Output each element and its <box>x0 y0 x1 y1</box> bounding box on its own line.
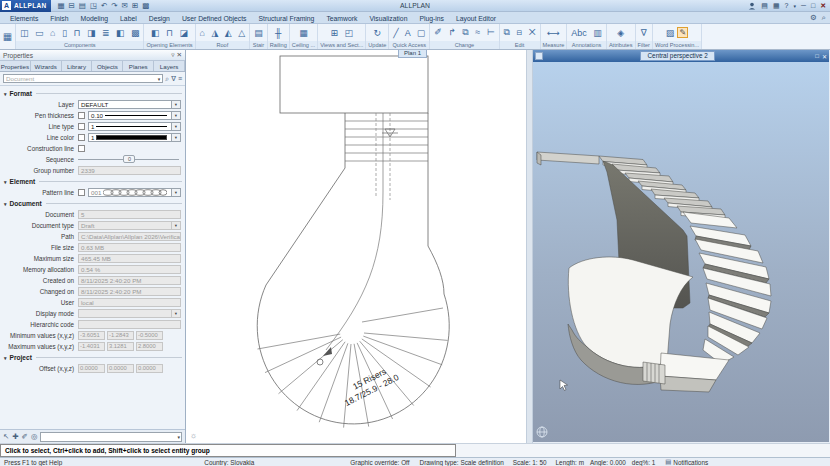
help-caret-icon[interactable]: ▾ <box>793 3 796 9</box>
chevron-down-icon[interactable]: ▾ <box>172 133 181 142</box>
add-icon[interactable]: ✚ <box>12 432 18 441</box>
palette-close-icon[interactable]: ✕ <box>176 51 182 59</box>
qat-icon[interactable]: ▩ <box>142 1 149 10</box>
viewport-menu-icon[interactable] <box>535 52 543 60</box>
status-item[interactable]: Angle: 0.000 <box>590 459 626 466</box>
status-item[interactable]: Graphic override: Off <box>350 459 409 466</box>
section-project[interactable]: ▾ Project <box>4 354 182 361</box>
linetype-select[interactable]: 1 <box>88 122 172 131</box>
ribbon-group-icons[interactable]: Abc ▥ <box>571 28 602 38</box>
perspective-canvas[interactable] <box>533 62 829 443</box>
chevron-down-icon[interactable]: ▾ <box>172 111 181 120</box>
qat-icon[interactable]: ↷ <box>111 1 117 10</box>
pattern-select[interactable]: 001 <box>88 188 172 197</box>
ribbon-group-icons[interactable]: ▤ <box>254 28 263 38</box>
qat-icon[interactable]: ✉ <box>122 1 128 10</box>
plan-viewport[interactable]: Plan 1 ☼ <box>186 50 527 443</box>
status-item[interactable]: Scale: 1: 50 <box>513 459 547 466</box>
pen-checkbox[interactable] <box>78 112 85 119</box>
gear-icon[interactable]: ⚙ <box>810 13 817 23</box>
chevron-down-icon[interactable]: ▾ <box>172 188 181 197</box>
status-item[interactable]: Length: m <box>556 459 584 466</box>
ribbon-group-icons[interactable]: ✐ ↱ ⧉ ≈ ⊢ <box>434 27 494 38</box>
section-document[interactable]: ▾ Document <box>4 200 182 207</box>
filter-combobox[interactable]: Document ▾ <box>3 74 163 83</box>
layer-select[interactable]: DEFAULT <box>78 100 172 109</box>
ribbon-group-icons[interactable]: ⊞ ◰ <box>330 28 353 38</box>
ribbon-group-icons[interactable]: ╱ A ▢ <box>393 28 425 38</box>
sequence-value[interactable]: 0 <box>123 155 135 163</box>
app-logo[interactable]: A ALLPLAN <box>0 0 51 12</box>
status-item[interactable]: deg <box>632 459 643 466</box>
ribbon-group-icons[interactable]: ◧ ⊓ ◪ <box>151 28 188 38</box>
target-icon[interactable]: ◎ <box>31 432 38 441</box>
status-item[interactable]: Drawing type: Scale definition <box>420 459 504 466</box>
palette-tab[interactable]: Layers <box>154 61 185 71</box>
ribbon-group-icons[interactable]: ∇ <box>641 28 647 38</box>
ribbon-group-icons[interactable]: ↻ <box>374 28 382 38</box>
search-icon[interactable]: ⌕ <box>822 13 826 23</box>
chevron-down-icon[interactable]: ▾ <box>172 122 181 131</box>
panel-launcher-icon[interactable]: ▦ <box>0 24 16 49</box>
shop-icon[interactable]: ▦ <box>773 2 780 10</box>
help-icon[interactable]: ? <box>785 2 789 9</box>
plan-drawing[interactable]: 15 Risers 18.7/25.9 - 28.0 <box>186 50 526 442</box>
search-icon[interactable]: ⌕ <box>165 75 169 83</box>
ribbon-group-icons[interactable]: ◫ ▭ ⌂ ▯ ⊓ ◨ ≣ ◧ ▩ <box>20 28 139 38</box>
pin-icon[interactable]: ▿ <box>171 51 174 59</box>
ribbon-tab[interactable]: User Defined Objects <box>176 14 253 23</box>
chevron-down-icon[interactable]: ▾ <box>172 100 181 109</box>
ribbon-group-icons[interactable]: ⟷ <box>547 28 560 38</box>
palette-tab[interactable]: Planes <box>123 61 154 71</box>
linetype-checkbox[interactable] <box>78 123 85 130</box>
palette-tab[interactable]: Properties <box>0 61 31 71</box>
list-icon[interactable]: ≡ <box>178 75 182 82</box>
viewport-restore-icon[interactable]: □ <box>815 53 819 59</box>
favorites-combobox[interactable]: ▾ <box>40 432 182 442</box>
restore-button[interactable]: □ <box>811 2 815 9</box>
sequence-slider[interactable]: 0 <box>78 159 179 160</box>
palette-tab[interactable]: Wizards <box>31 61 62 71</box>
ribbon-group-icons[interactable]: ◈ <box>617 28 624 38</box>
ribbon-group-icons[interactable]: ⧉ ⊟ ✕ <box>504 27 536 38</box>
viewport-close-icon[interactable]: ✕ <box>822 53 827 60</box>
ribbon-tab[interactable]: Elements <box>4 14 44 23</box>
ribbon-tab[interactable]: Plug-ins <box>413 14 450 23</box>
linecolor-select[interactable]: 1 <box>88 133 172 142</box>
brightness-icon[interactable]: ☼ <box>190 431 197 440</box>
eyedropper-icon[interactable]: ✐ <box>22 432 28 441</box>
status-item[interactable]: Country: Slovakia <box>204 459 254 466</box>
qat-icon[interactable]: ◳ <box>90 1 97 10</box>
perspective-titlebar[interactable]: Central perspective 2 □ ✕ <box>533 50 829 62</box>
ribbon-tab[interactable]: Design <box>143 14 176 23</box>
status-item[interactable]: %: 1 <box>643 459 656 466</box>
grid-icon[interactable]: ▤ <box>761 2 768 10</box>
ribbon-group-icons[interactable]: ▦ <box>299 28 308 38</box>
user-icon[interactable] <box>748 2 756 10</box>
ribbon-tab[interactable]: Teamwork <box>320 14 363 23</box>
pen-select[interactable]: 0.10 <box>88 111 172 120</box>
ribbon-tab[interactable]: Finish <box>44 14 74 23</box>
palette-tab[interactable]: Objects <box>92 61 123 71</box>
highlighted-tool-icon[interactable]: ✎ <box>677 27 688 38</box>
ribbon-group-icons[interactable]: ╫ <box>275 28 281 38</box>
section-format[interactable]: ▾ Format <box>4 90 182 97</box>
qat-icon[interactable]: ⊟ <box>69 1 75 10</box>
ribbon-tab[interactable]: Modeling <box>74 14 114 23</box>
notifications[interactable]: ▤ Notifications <box>665 458 708 466</box>
qat-icon[interactable]: ▤ <box>79 1 86 10</box>
section-element[interactable]: ▾ Element <box>4 178 182 185</box>
ribbon-tab[interactable]: Label <box>114 14 143 23</box>
stair-3d-render[interactable] <box>533 62 829 442</box>
ribbon-group-icons[interactable]: ▨ <box>666 28 675 38</box>
pattern-checkbox[interactable] <box>78 189 85 196</box>
qat-icon[interactable]: ↶ <box>101 1 107 10</box>
palette-tab[interactable]: Library <box>62 61 93 71</box>
match-cursor-icon[interactable]: ↖ <box>3 432 9 441</box>
linecolor-checkbox[interactable] <box>78 134 85 141</box>
minimize-button[interactable]: ─ <box>801 2 806 9</box>
qat-icon[interactable]: ▦ <box>57 1 64 10</box>
close-button[interactable]: ✕ <box>820 2 826 10</box>
qat-icon[interactable]: ⊞ <box>132 1 138 10</box>
ribbon-tab[interactable]: Layout Editor <box>450 14 502 23</box>
